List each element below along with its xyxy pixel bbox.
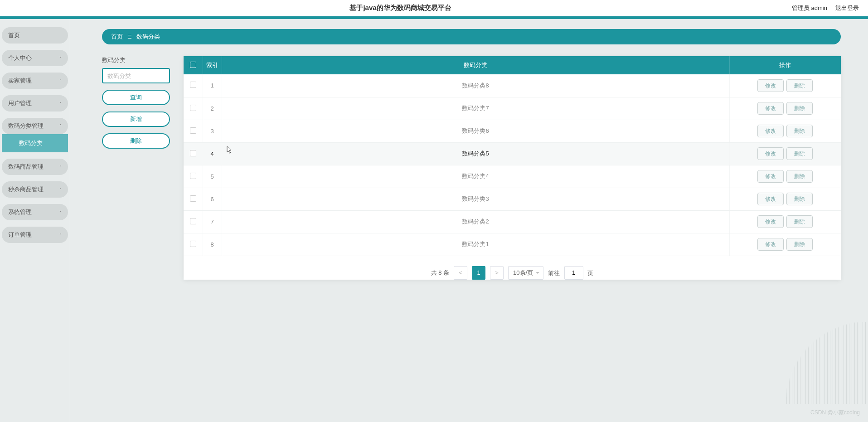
cell-index: 7 bbox=[203, 210, 222, 233]
breadcrumb-current: 数码分类 bbox=[136, 33, 160, 41]
chevron-down-icon: ˅ bbox=[59, 233, 62, 238]
edit-button[interactable]: 修改 bbox=[757, 125, 784, 137]
edit-button[interactable]: 修改 bbox=[757, 238, 784, 251]
row-delete-button[interactable]: 删除 bbox=[786, 102, 813, 115]
table-row[interactable]: 8数码分类1修改删除 bbox=[184, 233, 841, 256]
header-index: 索引 bbox=[203, 56, 222, 74]
sidebar-item-label: 卖家管理 bbox=[8, 77, 32, 85]
sidebar-item-2[interactable]: 卖家管理˅ bbox=[2, 73, 68, 89]
row-delete-button[interactable]: 删除 bbox=[786, 125, 813, 137]
edit-button[interactable]: 修改 bbox=[757, 193, 784, 205]
sidebar-item-0[interactable]: 首页 bbox=[2, 27, 68, 44]
pagination: 共 8 条 < 1 > 10条/页 前往 页 bbox=[184, 266, 841, 280]
table-row[interactable]: 4数码分类5修改删除 bbox=[184, 142, 841, 165]
pagination-prev-button[interactable]: < bbox=[454, 266, 467, 280]
row-checkbox[interactable] bbox=[190, 173, 196, 179]
breadcrumb-home[interactable]: 首页 bbox=[111, 33, 123, 41]
logout-link[interactable]: 退出登录 bbox=[835, 4, 859, 12]
pagination-jump-suffix: 页 bbox=[587, 269, 593, 276]
cell-checkbox bbox=[184, 165, 203, 188]
edit-button[interactable]: 修改 bbox=[757, 102, 784, 115]
pagination-page-1[interactable]: 1 bbox=[472, 266, 485, 280]
table-row[interactable]: 7数码分类2修改删除 bbox=[184, 210, 841, 233]
filter-panel: 数码分类 查询 新增 删除 bbox=[102, 56, 170, 280]
cell-checkbox bbox=[184, 233, 203, 256]
topbar: 基于java的华为数码商城交易平台 管理员 admin 退出登录 bbox=[0, 0, 868, 16]
chevron-down-icon: ˅ bbox=[59, 165, 62, 170]
cell-ops: 修改删除 bbox=[729, 120, 841, 142]
category-filter-input[interactable] bbox=[102, 68, 170, 83]
sidebar-item-6[interactable]: 秒杀商品管理˅ bbox=[2, 181, 68, 198]
cell-category: 数码分类3 bbox=[222, 188, 729, 210]
breadcrumb: 首页 ☰ 数码分类 bbox=[102, 29, 841, 44]
sidebar-item-4[interactable]: 数码分类管理˄ bbox=[2, 118, 68, 134]
pagination-jump-input[interactable] bbox=[564, 266, 583, 280]
cell-ops: 修改删除 bbox=[729, 233, 841, 256]
filter-label: 数码分类 bbox=[102, 56, 170, 64]
sidebar-item-5[interactable]: 数码商品管理˅ bbox=[2, 159, 68, 175]
table-row[interactable]: 2数码分类7修改删除 bbox=[184, 97, 841, 120]
row-checkbox[interactable] bbox=[190, 82, 196, 88]
add-button[interactable]: 新增 bbox=[102, 112, 170, 127]
query-button[interactable]: 查询 bbox=[102, 90, 170, 105]
chevron-down-icon: ˅ bbox=[59, 78, 62, 83]
table-row[interactable]: 5数码分类4修改删除 bbox=[184, 165, 841, 188]
cell-checkbox bbox=[184, 188, 203, 210]
cell-category: 数码分类5 bbox=[222, 142, 729, 165]
table-row[interactable]: 3数码分类6修改删除 bbox=[184, 120, 841, 142]
chevron-up-icon: ˄ bbox=[59, 124, 62, 129]
row-checkbox[interactable] bbox=[190, 241, 196, 247]
row-checkbox[interactable] bbox=[190, 127, 196, 134]
pagination-jump-prefix: 前往 bbox=[548, 269, 560, 276]
edit-button[interactable]: 修改 bbox=[757, 215, 784, 228]
breadcrumb-sep-icon: ☰ bbox=[127, 34, 132, 40]
watermark: CSDN @小蔡coding bbox=[810, 409, 860, 417]
sidebar-item-label: 首页 bbox=[8, 31, 20, 39]
header-ops: 操作 bbox=[729, 56, 841, 74]
table-row[interactable]: 1数码分类8修改删除 bbox=[184, 74, 841, 97]
cell-index: 6 bbox=[203, 188, 222, 210]
cell-index: 3 bbox=[203, 120, 222, 142]
row-checkbox[interactable] bbox=[190, 105, 196, 111]
table-container: 索引 数码分类 操作 1数码分类8修改删除2数码分类7修改删除3数码分类6修改删… bbox=[184, 56, 841, 280]
delete-button[interactable]: 删除 bbox=[102, 133, 170, 149]
cell-index: 2 bbox=[203, 97, 222, 120]
row-delete-button[interactable]: 删除 bbox=[786, 215, 813, 228]
sidebar-subitem-category[interactable]: 数码分类 bbox=[2, 134, 68, 152]
cell-ops: 修改删除 bbox=[729, 74, 841, 97]
pagination-pagesize-select[interactable]: 10条/页 bbox=[508, 266, 543, 280]
select-all-checkbox[interactable] bbox=[190, 62, 196, 68]
sidebar-item-7[interactable]: 系统管理˅ bbox=[2, 204, 68, 220]
row-delete-button[interactable]: 删除 bbox=[786, 170, 813, 183]
edit-button[interactable]: 修改 bbox=[757, 79, 784, 92]
chevron-down-icon: ˅ bbox=[59, 101, 62, 106]
table-row[interactable]: 6数码分类3修改删除 bbox=[184, 188, 841, 210]
header-checkbox-cell bbox=[184, 56, 203, 74]
row-delete-button[interactable]: 删除 bbox=[786, 79, 813, 92]
edit-button[interactable]: 修改 bbox=[757, 170, 784, 183]
cell-index: 8 bbox=[203, 233, 222, 256]
cell-ops: 修改删除 bbox=[729, 165, 841, 188]
row-delete-button[interactable]: 删除 bbox=[786, 238, 813, 251]
sidebar-item-3[interactable]: 用户管理˅ bbox=[2, 95, 68, 112]
app-title: 基于java的华为数码商城交易平台 bbox=[9, 4, 792, 12]
row-delete-button[interactable]: 删除 bbox=[786, 193, 813, 205]
sidebar-item-1[interactable]: 个人中心˅ bbox=[2, 50, 68, 66]
row-delete-button[interactable]: 删除 bbox=[786, 147, 813, 160]
category-table: 索引 数码分类 操作 1数码分类8修改删除2数码分类7修改删除3数码分类6修改删… bbox=[184, 56, 841, 256]
row-checkbox[interactable] bbox=[190, 218, 196, 224]
pagination-pagesize-label: 10条/页 bbox=[513, 269, 533, 277]
cell-category: 数码分类6 bbox=[222, 120, 729, 142]
row-checkbox[interactable] bbox=[190, 195, 196, 202]
cell-checkbox bbox=[184, 120, 203, 142]
sidebar-item-label: 订单管理 bbox=[8, 231, 32, 239]
edit-button[interactable]: 修改 bbox=[757, 147, 784, 160]
cell-checkbox bbox=[184, 97, 203, 120]
chevron-down-icon: ˅ bbox=[59, 56, 62, 61]
admin-label[interactable]: 管理员 admin bbox=[792, 4, 827, 12]
pagination-next-button[interactable]: > bbox=[490, 266, 504, 280]
sidebar-item-8[interactable]: 订单管理˅ bbox=[2, 227, 68, 243]
row-checkbox[interactable] bbox=[190, 150, 196, 156]
cell-ops: 修改删除 bbox=[729, 97, 841, 120]
pagination-jump: 前往 页 bbox=[548, 266, 593, 280]
